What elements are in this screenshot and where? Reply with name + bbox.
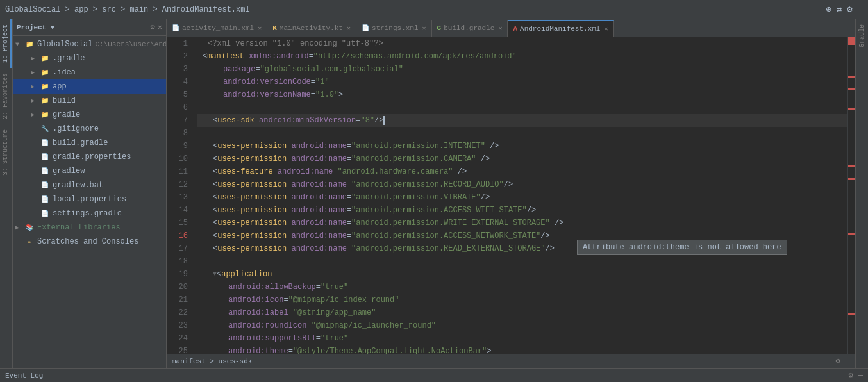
tree-item-app[interactable]: ▶ 📁 app — [13, 79, 166, 94]
status-minimize-icon[interactable]: — — [846, 357, 850, 366]
main-content: 1: Project 2: Favorites 3: Structure Pro… — [0, 19, 868, 368]
line-num-13: 13 — [167, 191, 188, 204]
tree-label-idea: .idea — [53, 68, 76, 77]
gutter-mark-3 — [848, 108, 855, 110]
tab-label-activity-main: activity_main.xml — [182, 24, 254, 32]
tree-arrow-gradle2: ▶ — [31, 111, 40, 119]
tree-label-scratches: Scratches and Consoles — [37, 237, 138, 246]
folder-open-icon: 📁 — [24, 39, 35, 49]
sync-icon[interactable]: ⇄ — [837, 4, 842, 15]
statusbar-gear-icon[interactable]: ⚙ — [849, 370, 853, 380]
code-line-13: <uses-permission android:name="android.p… — [197, 191, 847, 204]
top-bar: GlobalSocial > app > src > main > Androi… — [0, 0, 868, 19]
tree-label-gitignore: .gitignore — [53, 124, 99, 133]
code-line-18 — [197, 255, 847, 268]
tree-arrow-app: ▶ — [31, 83, 40, 90]
tree-label-globalsocial: GlobalSocial — [37, 40, 92, 49]
tree-item-gradle[interactable]: ▶ 📁 .gradle — [13, 51, 166, 65]
file-icon-settings-gradle: 📄 — [40, 208, 50, 219]
line-num-6: 6 — [167, 101, 188, 114]
tab-build-gradle[interactable]: G build.gradle ✕ — [432, 20, 508, 37]
code-line-19: ▼<application — [197, 268, 847, 281]
tab-strings[interactable]: 📄 strings.xml ✕ — [356, 20, 432, 37]
tree-arrow-gradle: ▶ — [31, 54, 40, 62]
code-line-25: android:theme="@style/Theme.AppCompat.Li… — [197, 345, 847, 354]
tab-icon-androidmanifest: A — [513, 25, 517, 33]
tab-project[interactable]: 1: Project — [1, 19, 12, 68]
line-num-25: 25 — [167, 345, 188, 354]
tree-arrow-globalsocial: ▼ — [15, 41, 24, 48]
tab-androidmanifest[interactable]: A AndroidManifest.xml ✕ — [508, 20, 613, 37]
sidebar-tree: ▼ 📁 GlobalSocial C:\Users\user\AndroidSt… — [13, 36, 166, 368]
line-num-9: 9 — [167, 140, 188, 153]
tab-close-androidmanifest[interactable]: ✕ — [604, 25, 608, 33]
gutter-mark-7 — [848, 313, 855, 315]
top-bar-left: GlobalSocial > app > src > main > Androi… — [5, 5, 826, 14]
event-log-label[interactable]: Event Log — [5, 372, 43, 379]
sidebar: Project ▼ ⚙ ✕ ▼ 📁 GlobalSocial C:\Users\… — [13, 19, 167, 368]
tab-activity-main[interactable]: 📄 activity_main.xml ✕ — [167, 20, 267, 37]
code-line-12: <uses-permission android:name="android.p… — [197, 178, 847, 191]
statusbar-minus-icon[interactable]: — — [858, 371, 863, 380]
tab-close-mainactivity[interactable]: ✕ — [347, 24, 351, 32]
breadcrumb-bottom: manifest > uses-sdk — [172, 358, 252, 365]
tree-item-globalsocial[interactable]: ▼ 📁 GlobalSocial C:\Users\user\AndroidSt… — [13, 37, 166, 51]
code-line-6 — [197, 101, 847, 114]
tree-item-gradle2[interactable]: ▶ 📁 gradle — [13, 108, 166, 122]
bottom-breadcrumb-bar: manifest > uses-sdk ⚙ — — [167, 354, 855, 368]
tab-close-build-gradle[interactable]: ✕ — [498, 24, 502, 32]
line-num-10: 10 — [167, 153, 188, 165]
gutter-error-top — [848, 37, 855, 45]
code-line-4: android:versionCode="1" — [197, 76, 847, 88]
line-num-24: 24 — [167, 332, 188, 345]
right-error-gutter — [847, 37, 855, 354]
tab-label-androidmanifest: AndroidManifest.xml — [520, 25, 600, 33]
code-line-22: android:label="@string/app_name" — [197, 306, 847, 319]
tree-item-scratches[interactable]: ✏️ Scratches and Consoles — [13, 235, 166, 249]
code-line-2: <manifest xmlns:android="http://schemas.… — [197, 50, 847, 63]
gutter-mark-2 — [848, 88, 855, 90]
tree-item-gradle-properties[interactable]: 📄 gradle.properties — [13, 150, 166, 164]
tree-label-gradle: .gradle — [53, 54, 85, 63]
tab-label-mainactivity: MainActivity.kt — [280, 24, 343, 32]
line-num-21: 21 — [167, 294, 188, 306]
tab-close-activity-main[interactable]: ✕ — [258, 24, 262, 32]
tree-item-settings-gradle[interactable]: 📄 settings.gradle — [13, 206, 166, 220]
tab-structure[interactable]: 3: Structure — [1, 124, 12, 181]
editor-code[interactable]: <?xml version="1.0" encoding="utf-8"?> <… — [192, 37, 847, 354]
line-num-19: 19 — [167, 268, 188, 281]
configure-icon[interactable]: ⊕ — [826, 4, 831, 15]
tree-label-gradlew: gradlew — [53, 167, 85, 176]
line-num-15: 15 — [167, 217, 188, 229]
status-gear-icon[interactable]: ⚙ — [836, 356, 840, 366]
line-num-7: 7 — [167, 114, 188, 127]
tab-label-strings: strings.xml — [372, 24, 419, 32]
tab-label-build-gradle: build.gradle — [444, 24, 494, 32]
tree-item-build-gradle[interactable]: 📄 build.gradle — [13, 136, 166, 150]
code-line-24: android:supportsRtl="true" — [197, 332, 847, 345]
tree-item-gitignore[interactable]: 🔧 .gitignore — [13, 122, 166, 136]
tree-item-external-libraries[interactable]: ▶ 📚 External Libraries — [13, 220, 166, 235]
tab-close-strings[interactable]: ✕ — [422, 24, 426, 32]
file-icon-build-gradle: 📄 — [40, 138, 50, 148]
top-bar-icons: ⊕ ⇄ ⚙ — — [826, 4, 863, 15]
tree-item-gradlew[interactable]: 📄 gradlew — [13, 164, 166, 178]
tree-label-gradlew-bat: gradlew.bat — [53, 181, 103, 190]
tab-icon-mainactivity: K — [272, 24, 277, 32]
tree-item-gradlew-bat[interactable]: 📄 gradlew.bat — [13, 178, 166, 192]
minimize-icon[interactable]: — — [858, 4, 863, 15]
tree-item-build[interactable]: ▶ 📁 build — [13, 94, 166, 108]
sidebar-close-icon[interactable]: ✕ — [158, 22, 162, 32]
sidebar-gear-icon[interactable]: ⚙ — [151, 22, 155, 32]
folder-icon-build: 📁 — [40, 96, 50, 106]
gradle-panel-label[interactable]: Gradle — [858, 22, 865, 50]
settings-icon[interactable]: ⚙ — [847, 4, 852, 15]
code-line-11: <uses-feature android:name="android.hard… — [197, 165, 847, 178]
tree-item-local-properties[interactable]: 📄 local.properties — [13, 192, 166, 206]
code-line-10: <uses-permission android:name="android.p… — [197, 153, 847, 165]
tree-path-globalsocial: C:\Users\user\AndroidStudioProjects\Glob… — [95, 40, 166, 48]
tab-mainactivity[interactable]: K MainActivity.kt ✕ — [267, 20, 356, 37]
tree-arrow-external: ▶ — [15, 224, 24, 231]
tab-favorites[interactable]: 2: Favorites — [1, 68, 12, 124]
tree-item-idea[interactable]: ▶ 📁 .idea — [13, 65, 166, 79]
